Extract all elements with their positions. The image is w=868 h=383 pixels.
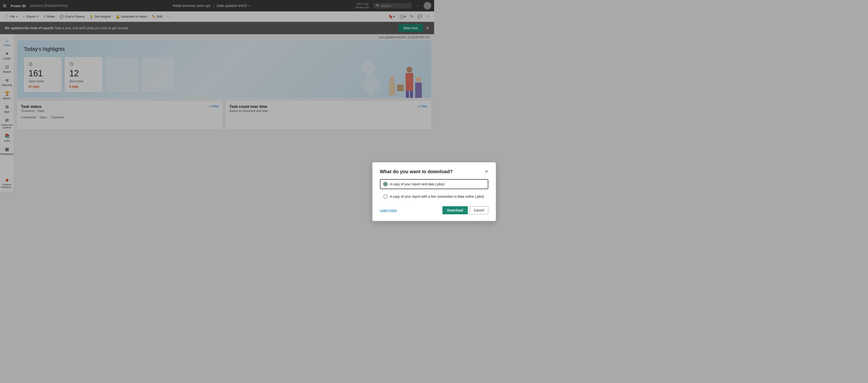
download-option-1[interactable]: A copy of your report and data (.pbix) [380,179,434,189]
radio-circle-1 [383,182,388,186]
download-modal: What do you want to download? ✕ A copy o… [372,162,434,192]
radio-dot-1 [384,183,386,185]
modal-overlay: What do you want to download? ✕ A copy o… [0,0,434,192]
option-1-label: A copy of your report and data (.pbix) [390,182,434,186]
modal-title: What do you want to download? [380,169,434,174]
modal-header: What do you want to download? ✕ [380,169,434,174]
download-option-2[interactable]: A copy of your report with a live connec… [380,192,434,192]
